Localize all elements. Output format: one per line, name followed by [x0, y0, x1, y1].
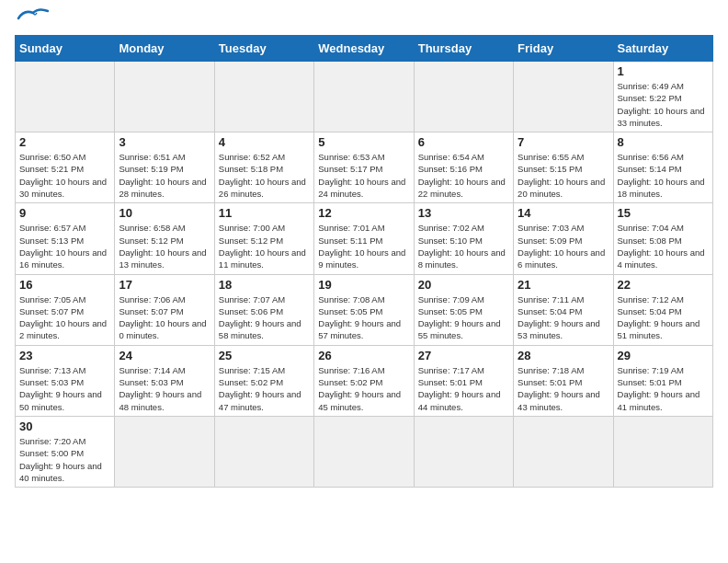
day-info: Sunrise: 7:15 AM Sunset: 5:02 PM Dayligh… [219, 364, 310, 413]
calendar-cell: 3Sunrise: 6:51 AM Sunset: 5:19 PM Daylig… [115, 132, 214, 203]
day-number: 18 [219, 278, 310, 292]
calendar-cell: 14Sunrise: 7:03 AM Sunset: 5:09 PM Dayli… [514, 203, 613, 274]
calendar-cell: 5Sunrise: 6:53 AM Sunset: 5:17 PM Daylig… [314, 132, 414, 203]
day-info: Sunrise: 7:18 AM Sunset: 5:01 PM Dayligh… [518, 364, 609, 413]
day-info: Sunrise: 7:20 AM Sunset: 5:00 PM Dayligh… [19, 435, 110, 484]
calendar-cell [214, 62, 313, 132]
calendar-table: SundayMondayTuesdayWednesdayThursdayFrid… [15, 35, 713, 488]
day-number: 6 [418, 135, 509, 149]
calendar-cell [115, 416, 214, 487]
day-info: Sunrise: 6:53 AM Sunset: 5:17 PM Dayligh… [318, 151, 409, 200]
calendar-cell: 27Sunrise: 7:17 AM Sunset: 5:01 PM Dayli… [414, 345, 513, 416]
day-number: 15 [618, 206, 709, 220]
day-info: Sunrise: 7:06 AM Sunset: 5:07 PM Dayligh… [119, 293, 210, 342]
day-info: Sunrise: 7:16 AM Sunset: 5:02 PM Dayligh… [318, 364, 409, 413]
calendar-row: 2Sunrise: 6:50 AM Sunset: 5:21 PM Daylig… [16, 132, 713, 203]
day-info: Sunrise: 6:49 AM Sunset: 5:22 PM Dayligh… [618, 80, 709, 129]
day-number: 11 [219, 206, 310, 220]
day-info: Sunrise: 6:57 AM Sunset: 5:13 PM Dayligh… [19, 222, 110, 270]
day-number: 28 [518, 349, 609, 362]
day-info: Sunrise: 7:04 AM Sunset: 5:08 PM Dayligh… [618, 222, 709, 270]
day-number: 10 [119, 206, 210, 220]
day-number: 5 [318, 135, 409, 149]
calendar-row: 23Sunrise: 7:13 AM Sunset: 5:03 PM Dayli… [16, 345, 713, 416]
calendar-cell: 29Sunrise: 7:19 AM Sunset: 5:01 PM Dayli… [613, 345, 712, 416]
day-info: Sunrise: 7:14 AM Sunset: 5:03 PM Dayligh… [119, 364, 210, 413]
calendar-cell: 12Sunrise: 7:01 AM Sunset: 5:11 PM Dayli… [314, 203, 414, 274]
calendar-cell: 6Sunrise: 6:54 AM Sunset: 5:16 PM Daylig… [414, 132, 513, 203]
day-number: 22 [618, 278, 709, 292]
day-number: 9 [19, 206, 110, 220]
day-info: Sunrise: 6:58 AM Sunset: 5:12 PM Dayligh… [119, 222, 210, 270]
calendar-cell: 4Sunrise: 6:52 AM Sunset: 5:18 PM Daylig… [214, 132, 313, 203]
day-number: 19 [318, 278, 409, 292]
day-info: Sunrise: 7:05 AM Sunset: 5:07 PM Dayligh… [19, 293, 110, 342]
calendar-header-row: SundayMondayTuesdayWednesdayThursdayFrid… [16, 36, 713, 62]
weekday-header: Saturday [613, 36, 712, 62]
weekday-header: Friday [514, 36, 613, 62]
weekday-header: Sunday [16, 36, 115, 62]
calendar-row: 16Sunrise: 7:05 AM Sunset: 5:07 PM Dayli… [16, 274, 713, 345]
calendar-cell: 19Sunrise: 7:08 AM Sunset: 5:05 PM Dayli… [314, 274, 414, 345]
calendar-cell: 23Sunrise: 7:13 AM Sunset: 5:03 PM Dayli… [16, 345, 115, 416]
calendar-cell [613, 416, 712, 487]
calendar-cell: 20Sunrise: 7:09 AM Sunset: 5:05 PM Dayli… [414, 274, 513, 345]
weekday-header: Thursday [414, 36, 513, 62]
day-number: 2 [19, 135, 110, 149]
day-number: 14 [518, 206, 609, 220]
calendar-cell: 10Sunrise: 6:58 AM Sunset: 5:12 PM Dayli… [115, 203, 214, 274]
calendar-cell [214, 416, 313, 487]
calendar-cell: 24Sunrise: 7:14 AM Sunset: 5:03 PM Dayli… [115, 345, 214, 416]
calendar-cell [514, 416, 613, 487]
weekday-header: Tuesday [214, 36, 313, 62]
day-info: Sunrise: 7:11 AM Sunset: 5:04 PM Dayligh… [518, 293, 609, 342]
day-number: 21 [518, 278, 609, 292]
weekday-header: Monday [115, 36, 214, 62]
day-number: 24 [119, 349, 210, 362]
day-number: 23 [19, 349, 110, 362]
day-info: Sunrise: 7:09 AM Sunset: 5:05 PM Dayligh… [418, 293, 509, 342]
day-number: 1 [618, 64, 709, 78]
calendar-cell: 8Sunrise: 6:56 AM Sunset: 5:14 PM Daylig… [613, 132, 712, 203]
day-info: Sunrise: 6:55 AM Sunset: 5:15 PM Dayligh… [518, 151, 609, 200]
page-header [15, 15, 713, 24]
calendar-cell [314, 416, 414, 487]
calendar-cell: 13Sunrise: 7:02 AM Sunset: 5:10 PM Dayli… [414, 203, 513, 274]
calendar-cell: 21Sunrise: 7:11 AM Sunset: 5:04 PM Dayli… [514, 274, 613, 345]
calendar-cell: 16Sunrise: 7:05 AM Sunset: 5:07 PM Dayli… [16, 274, 115, 345]
logo-bird-icon [17, 6, 50, 24]
calendar-cell: 2Sunrise: 6:50 AM Sunset: 5:21 PM Daylig… [16, 132, 115, 203]
calendar-cell [115, 62, 214, 132]
day-number: 27 [418, 349, 509, 362]
day-number: 4 [219, 135, 310, 149]
day-number: 25 [219, 349, 310, 362]
weekday-header: Wednesday [314, 36, 414, 62]
calendar-cell: 22Sunrise: 7:12 AM Sunset: 5:04 PM Dayli… [613, 274, 712, 345]
day-info: Sunrise: 7:08 AM Sunset: 5:05 PM Dayligh… [318, 293, 409, 342]
day-number: 26 [318, 349, 409, 362]
day-info: Sunrise: 6:50 AM Sunset: 5:21 PM Dayligh… [19, 151, 110, 200]
day-number: 20 [418, 278, 509, 292]
calendar-cell: 18Sunrise: 7:07 AM Sunset: 5:06 PM Dayli… [214, 274, 313, 345]
calendar-cell: 28Sunrise: 7:18 AM Sunset: 5:01 PM Dayli… [514, 345, 613, 416]
day-info: Sunrise: 7:12 AM Sunset: 5:04 PM Dayligh… [618, 293, 709, 342]
calendar-cell [16, 62, 115, 132]
calendar-cell [514, 62, 613, 132]
calendar-cell: 9Sunrise: 6:57 AM Sunset: 5:13 PM Daylig… [16, 203, 115, 274]
day-number: 30 [19, 419, 110, 433]
day-number: 29 [618, 349, 709, 362]
day-info: Sunrise: 7:02 AM Sunset: 5:10 PM Dayligh… [418, 222, 509, 270]
calendar-cell: 25Sunrise: 7:15 AM Sunset: 5:02 PM Dayli… [214, 345, 313, 416]
day-number: 17 [119, 278, 210, 292]
day-info: Sunrise: 7:13 AM Sunset: 5:03 PM Dayligh… [19, 364, 110, 413]
day-info: Sunrise: 6:52 AM Sunset: 5:18 PM Dayligh… [219, 151, 310, 200]
calendar-row: 9Sunrise: 6:57 AM Sunset: 5:13 PM Daylig… [16, 203, 713, 274]
day-info: Sunrise: 6:56 AM Sunset: 5:14 PM Dayligh… [618, 151, 709, 200]
calendar-row: 1Sunrise: 6:49 AM Sunset: 5:22 PM Daylig… [16, 62, 713, 132]
day-number: 7 [518, 135, 609, 149]
calendar-cell [314, 62, 414, 132]
day-info: Sunrise: 7:03 AM Sunset: 5:09 PM Dayligh… [518, 222, 609, 270]
calendar-cell [414, 416, 513, 487]
calendar-cell: 26Sunrise: 7:16 AM Sunset: 5:02 PM Dayli… [314, 345, 414, 416]
calendar-cell [414, 62, 513, 132]
